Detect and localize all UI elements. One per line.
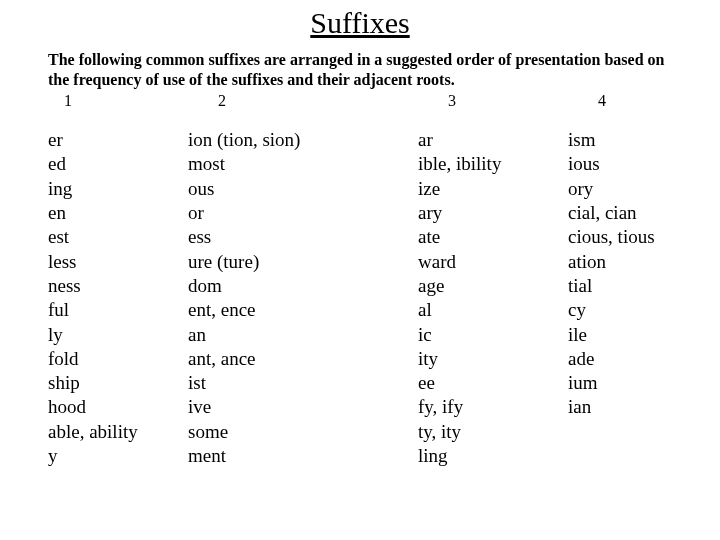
suffix-item: ive — [188, 395, 418, 419]
suffix-item: ous — [188, 177, 418, 201]
suffix-item: ar — [418, 128, 568, 152]
suffix-item: cial, cian — [568, 201, 668, 225]
suffix-item: ure (ture) — [188, 250, 418, 274]
suffix-columns: eredingenestlessnessfullyfoldshiphoodabl… — [48, 128, 672, 468]
suffix-item: or — [188, 201, 418, 225]
suffix-item: ary — [418, 201, 568, 225]
suffix-item: ful — [48, 298, 188, 322]
suffix-item: ity — [418, 347, 568, 371]
suffix-item: ious — [568, 152, 668, 176]
column-4: ismiousorycial, ciancious, tiousationtia… — [568, 128, 668, 420]
suffix-item: fy, ify — [418, 395, 568, 419]
suffix-item: ess — [188, 225, 418, 249]
suffix-item: al — [418, 298, 568, 322]
column-3: arible, ibilityizearyatewardagealicityee… — [418, 128, 568, 468]
header-4: 4 — [568, 92, 668, 110]
suffix-item: ory — [568, 177, 668, 201]
suffix-item: ium — [568, 371, 668, 395]
header-3: 3 — [418, 92, 568, 110]
page-title: Suffixes — [48, 6, 672, 40]
suffix-item: ant, ance — [188, 347, 418, 371]
suffix-item: hood — [48, 395, 188, 419]
column-1: eredingenestlessnessfullyfoldshiphoodabl… — [48, 128, 188, 468]
suffix-item: ade — [568, 347, 668, 371]
suffix-item: en — [48, 201, 188, 225]
suffix-item: ile — [568, 323, 668, 347]
column-2: ion (tion, sion)mostousoressure (ture)do… — [188, 128, 418, 468]
suffix-item: most — [188, 152, 418, 176]
suffix-item: ee — [418, 371, 568, 395]
suffix-item: fold — [48, 347, 188, 371]
suffix-item: cious, tious — [568, 225, 668, 249]
column-headers: 1 2 3 4 — [48, 92, 672, 110]
suffix-item: ly — [48, 323, 188, 347]
suffix-item: able, ability — [48, 420, 188, 444]
suffix-item: er — [48, 128, 188, 152]
suffix-item: ment — [188, 444, 418, 468]
suffix-item: an — [188, 323, 418, 347]
suffix-item: ian — [568, 395, 668, 419]
intro-text: The following common suffixes are arrang… — [48, 50, 672, 90]
suffix-item: ling — [418, 444, 568, 468]
suffix-item: ation — [568, 250, 668, 274]
suffix-item: ic — [418, 323, 568, 347]
suffix-item: ible, ibility — [418, 152, 568, 176]
suffix-item: age — [418, 274, 568, 298]
suffix-item: ness — [48, 274, 188, 298]
suffix-item: less — [48, 250, 188, 274]
suffix-item: ent, ence — [188, 298, 418, 322]
suffix-item: ward — [418, 250, 568, 274]
suffix-item: dom — [188, 274, 418, 298]
suffix-item: ed — [48, 152, 188, 176]
suffix-item: est — [48, 225, 188, 249]
suffix-item: ize — [418, 177, 568, 201]
suffix-item: ism — [568, 128, 668, 152]
suffix-item: tial — [568, 274, 668, 298]
suffix-item: cy — [568, 298, 668, 322]
suffix-item: some — [188, 420, 418, 444]
header-2: 2 — [188, 92, 418, 110]
header-1: 1 — [48, 92, 188, 110]
suffix-item: y — [48, 444, 188, 468]
suffix-item: ion (tion, sion) — [188, 128, 418, 152]
suffix-item: ty, ity — [418, 420, 568, 444]
suffix-item: ate — [418, 225, 568, 249]
suffix-item: ship — [48, 371, 188, 395]
suffix-item: ist — [188, 371, 418, 395]
suffix-item: ing — [48, 177, 188, 201]
